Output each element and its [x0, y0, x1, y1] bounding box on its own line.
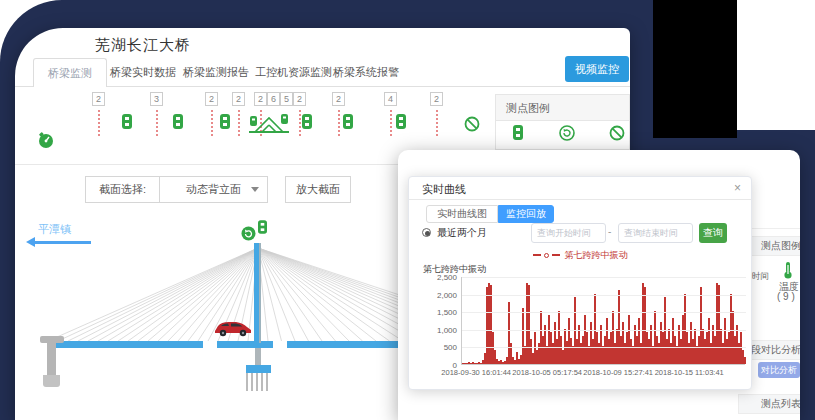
link-sensor-icon[interactable] — [220, 114, 230, 133]
section-select-value: 动态背立面 — [186, 183, 241, 195]
link-sensor-icon[interactable] — [513, 125, 523, 144]
legend-panel-icons — [496, 121, 629, 149]
sensor-dotted-line — [299, 110, 301, 136]
left-pier — [40, 336, 64, 343]
y-tick-label: 1,000 — [417, 326, 457, 335]
close-icon[interactable]: × — [734, 181, 741, 195]
sensor-dotted-line — [156, 110, 158, 136]
tower-piles — [246, 373, 271, 391]
sensor-count-badge: 5 — [280, 92, 293, 106]
chart-legend[interactable]: 第七跨跨中振动 — [409, 249, 751, 261]
gridline — [462, 330, 746, 331]
tab-monitor-playback[interactable]: 监控回放 — [498, 205, 554, 223]
sensor-count-badge: 2 — [205, 92, 218, 106]
gridline — [462, 277, 746, 278]
left-pier — [43, 375, 60, 387]
legend-line — [552, 254, 560, 256]
tower-pier — [255, 348, 261, 365]
range-separator: - — [608, 226, 611, 237]
realtime-curve-dialog: 实时曲线 × 实时曲线图 监控回放 最近两个月 - 查询 第七跨跨中振动 第七跨… — [408, 176, 752, 390]
prohibit-sensor-icon[interactable] — [609, 125, 625, 145]
sensor-count-badge: 3 — [150, 92, 163, 106]
point-list-section-clipped: 测点列表 — [738, 394, 800, 414]
legend-label: 第七跨跨中振动 — [565, 249, 628, 262]
enlarge-section-button[interactable]: 放大截面 — [285, 176, 351, 203]
sensor-dotted-line — [338, 110, 340, 136]
sensor-count-badge: 2 — [92, 92, 105, 106]
tower-pier-cap — [246, 365, 271, 373]
x-tick-label: 2018-10-09 15:27:41 — [583, 368, 653, 377]
tab-bridge-monitor[interactable]: 桥梁监测 — [33, 58, 107, 87]
car — [213, 314, 253, 342]
end-time-input[interactable] — [618, 223, 693, 243]
link-sensor-icon[interactable] — [343, 114, 353, 133]
prohibit-sensor-icon[interactable] — [464, 116, 480, 136]
gridline — [462, 312, 746, 313]
tab-ipc-resource-monitor[interactable]: 工控机资源监测 — [255, 58, 332, 87]
main-tabbar: 桥梁监测 桥梁实时数据 桥梁监测报告 工控机资源监测 桥梁系统报警 视频监控 — [15, 58, 630, 87]
query-button[interactable]: 查询 — [699, 223, 727, 243]
top-right-white-block — [737, 0, 815, 130]
y-tick-label: 500 — [417, 343, 457, 352]
radio-label: 最近两个月 — [437, 226, 487, 240]
vibration-chart: 时间 05001,0001,5002,0002,5002018-09-30 16… — [461, 277, 745, 365]
chart-bar — [744, 357, 746, 364]
link-sensor-icon[interactable] — [173, 114, 183, 133]
deck-joint — [273, 341, 287, 348]
legend-panel: 测点图例 — [495, 94, 630, 150]
section-select[interactable]: 动态背立面 — [160, 177, 267, 202]
deck-joint — [203, 341, 217, 348]
truss-sensor-icon[interactable] — [248, 112, 290, 138]
link-sensor-icon[interactable] — [122, 114, 132, 133]
legend-marker — [544, 253, 549, 258]
section-select-group: 截面选择: 动态背立面 — [85, 176, 268, 203]
sensor-count-badge: 4 — [384, 92, 397, 106]
video-monitor-button[interactable]: 视频监控 — [565, 56, 629, 82]
sensor-count-badge: 2 — [254, 92, 267, 106]
sensor-dotted-line — [390, 110, 392, 136]
sensor-count-badge: 2 — [293, 92, 306, 106]
tab-realtime-curve-view[interactable]: 实时曲线图 — [426, 205, 498, 223]
temp-count: ( 9 ) — [777, 291, 795, 302]
tab-system-alarm[interactable]: 桥梁系统报警 — [333, 58, 399, 87]
sensor-dotted-line — [436, 110, 438, 136]
legend-line — [533, 254, 541, 256]
sensor-dotted-line — [211, 110, 213, 136]
sensor-dotted-line — [238, 110, 240, 136]
thermometer-icon[interactable] — [782, 262, 794, 279]
radio-last-two-months[interactable] — [422, 228, 431, 237]
sensor-count-badge: 2 — [332, 92, 345, 106]
direction-label: 平潭镇 — [38, 222, 71, 237]
sensor-count-badge: 6 — [267, 92, 280, 106]
left-arrow-icon — [35, 241, 91, 244]
x-tick-label: 2018-10-05 05:17:54 — [512, 368, 582, 377]
refresh-icon[interactable] — [559, 125, 575, 145]
y-tick-label: 2,000 — [417, 291, 457, 300]
screenshot-stage: 芜湖长江大桥 桥梁监测 桥梁实时数据 桥梁监测报告 工控机资源监测 桥梁系统报警… — [0, 0, 815, 420]
chevron-down-icon — [251, 187, 259, 192]
sensor-count-badge: 2 — [232, 92, 245, 106]
link-sensor-icon[interactable] — [302, 114, 312, 133]
bridge-tower — [254, 243, 261, 343]
link-sensor-icon[interactable] — [258, 220, 267, 234]
refresh-icon[interactable] — [241, 226, 256, 241]
dialog-title: 实时曲线 — [422, 182, 466, 197]
tab-bridge-report[interactable]: 桥梁监测报告 — [183, 58, 249, 87]
sensor-count-badge: 2 — [430, 92, 443, 106]
gridline — [462, 295, 746, 296]
y-tick-label: 2,500 — [417, 273, 457, 282]
page-title: 芜湖长江大桥 — [95, 36, 191, 55]
tab-bridge-realtime-data[interactable]: 桥梁实时数据 — [110, 58, 176, 87]
sensor-dotted-line — [98, 110, 100, 136]
section-select-label: 截面选择: — [86, 177, 160, 202]
gauge-icon[interactable] — [38, 132, 54, 154]
gridline — [462, 347, 746, 348]
top-right-black-block — [653, 0, 737, 138]
dialog-header: 实时曲线 × — [409, 177, 751, 200]
y-tick-label: 1,500 — [417, 308, 457, 317]
query-row: 最近两个月 - 查询 — [409, 223, 751, 245]
x-axis-name: 时间 — [752, 271, 769, 368]
link-sensor-icon[interactable] — [396, 114, 406, 133]
start-time-input[interactable] — [531, 223, 606, 243]
chart-bars — [462, 276, 746, 364]
